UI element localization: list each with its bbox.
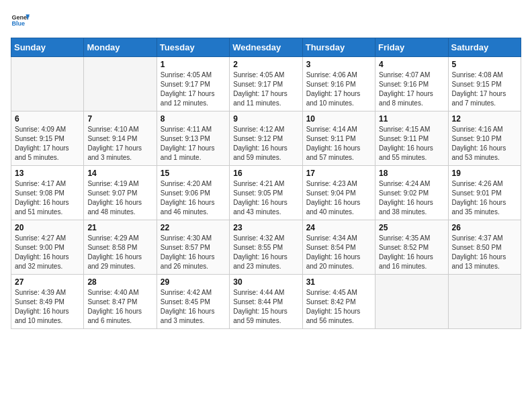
- weekday-header-friday: Friday: [375, 38, 448, 57]
- page-header: General Blue: [11, 11, 521, 30]
- day-number: 20: [15, 223, 80, 232]
- day-info: Sunrise: 4:05 AM Sunset: 9:17 PM Dayligh…: [233, 71, 298, 108]
- day-number: 18: [379, 169, 444, 178]
- calendar-cell: 20Sunrise: 4:27 AM Sunset: 9:00 PM Dayli…: [11, 220, 84, 275]
- day-info: Sunrise: 4:10 AM Sunset: 9:14 PM Dayligh…: [87, 125, 152, 163]
- day-info: Sunrise: 4:12 AM Sunset: 9:12 PM Dayligh…: [233, 125, 298, 163]
- day-number: 24: [306, 223, 371, 232]
- day-number: 19: [452, 169, 517, 178]
- calendar-cell: 3Sunrise: 4:06 AM Sunset: 9:16 PM Daylig…: [302, 57, 375, 111]
- calendar-cell: 18Sunrise: 4:24 AM Sunset: 9:02 PM Dayli…: [375, 166, 448, 220]
- day-number: 30: [233, 277, 298, 287]
- calendar-cell: 12Sunrise: 4:16 AM Sunset: 9:10 PM Dayli…: [448, 111, 521, 166]
- weekday-header-sunday: Sunday: [11, 38, 84, 57]
- day-info: Sunrise: 4:32 AM Sunset: 8:55 PM Dayligh…: [233, 234, 298, 271]
- day-number: 13: [15, 169, 80, 178]
- day-info: Sunrise: 4:40 AM Sunset: 8:47 PM Dayligh…: [87, 288, 152, 326]
- day-info: Sunrise: 4:39 AM Sunset: 8:49 PM Dayligh…: [15, 288, 80, 326]
- day-number: 8: [161, 114, 226, 124]
- day-number: 15: [161, 169, 226, 178]
- calendar-cell: 24Sunrise: 4:34 AM Sunset: 8:54 PM Dayli…: [302, 220, 375, 275]
- day-number: 2: [233, 60, 298, 69]
- calendar-cell: 31Sunrise: 4:45 AM Sunset: 8:42 PM Dayli…: [302, 275, 375, 329]
- logo: General Blue: [11, 11, 32, 30]
- day-number: 28: [87, 277, 152, 287]
- day-info: Sunrise: 4:24 AM Sunset: 9:02 PM Dayligh…: [379, 179, 444, 217]
- calendar-cell: 8Sunrise: 4:11 AM Sunset: 9:13 PM Daylig…: [157, 111, 229, 166]
- week-row-1: 1Sunrise: 4:05 AM Sunset: 9:17 PM Daylig…: [11, 57, 521, 111]
- calendar-cell: 6Sunrise: 4:09 AM Sunset: 9:15 PM Daylig…: [11, 111, 84, 166]
- calendar-cell: 1Sunrise: 4:05 AM Sunset: 9:17 PM Daylig…: [157, 57, 229, 111]
- calendar-cell: [11, 57, 84, 111]
- week-row-2: 6Sunrise: 4:09 AM Sunset: 9:15 PM Daylig…: [11, 111, 521, 166]
- calendar-cell: 16Sunrise: 4:21 AM Sunset: 9:05 PM Dayli…: [230, 166, 302, 220]
- calendar-cell: 25Sunrise: 4:35 AM Sunset: 8:52 PM Dayli…: [375, 220, 448, 275]
- day-info: Sunrise: 4:37 AM Sunset: 8:50 PM Dayligh…: [452, 234, 517, 271]
- day-number: 26: [452, 223, 517, 232]
- calendar-cell: 28Sunrise: 4:40 AM Sunset: 8:47 PM Dayli…: [84, 275, 157, 329]
- calendar-cell: [375, 275, 448, 329]
- day-info: Sunrise: 4:34 AM Sunset: 8:54 PM Dayligh…: [306, 234, 371, 271]
- calendar-cell: 27Sunrise: 4:39 AM Sunset: 8:49 PM Dayli…: [11, 275, 84, 329]
- day-info: Sunrise: 4:17 AM Sunset: 9:08 PM Dayligh…: [15, 179, 80, 217]
- calendar-cell: 13Sunrise: 4:17 AM Sunset: 9:08 PM Dayli…: [11, 166, 84, 220]
- day-number: 21: [87, 223, 152, 232]
- day-number: 7: [87, 114, 152, 124]
- week-row-3: 13Sunrise: 4:17 AM Sunset: 9:08 PM Dayli…: [11, 166, 521, 220]
- calendar-cell: 9Sunrise: 4:12 AM Sunset: 9:12 PM Daylig…: [230, 111, 302, 166]
- day-info: Sunrise: 4:19 AM Sunset: 9:07 PM Dayligh…: [87, 179, 152, 217]
- weekday-header-tuesday: Tuesday: [157, 38, 229, 57]
- day-info: Sunrise: 4:16 AM Sunset: 9:10 PM Dayligh…: [452, 125, 517, 163]
- svg-text:Blue: Blue: [11, 20, 25, 27]
- day-info: Sunrise: 4:27 AM Sunset: 9:00 PM Dayligh…: [15, 234, 80, 271]
- logo-icon: General Blue: [11, 11, 30, 30]
- calendar-cell: 19Sunrise: 4:26 AM Sunset: 9:01 PM Dayli…: [448, 166, 521, 220]
- calendar-cell: [448, 275, 521, 329]
- weekday-header-row: SundayMondayTuesdayWednesdayThursdayFrid…: [11, 38, 521, 57]
- day-number: 31: [306, 277, 371, 287]
- day-info: Sunrise: 4:05 AM Sunset: 9:17 PM Dayligh…: [161, 71, 226, 108]
- calendar-cell: 17Sunrise: 4:23 AM Sunset: 9:04 PM Dayli…: [302, 166, 375, 220]
- day-number: 6: [15, 114, 80, 124]
- day-number: 22: [161, 223, 226, 232]
- day-number: 25: [379, 223, 444, 232]
- calendar-cell: 26Sunrise: 4:37 AM Sunset: 8:50 PM Dayli…: [448, 220, 521, 275]
- weekday-header-thursday: Thursday: [302, 38, 375, 57]
- day-number: 9: [233, 114, 298, 124]
- weekday-header-monday: Monday: [84, 38, 157, 57]
- day-info: Sunrise: 4:21 AM Sunset: 9:05 PM Dayligh…: [233, 179, 298, 217]
- day-info: Sunrise: 4:15 AM Sunset: 9:11 PM Dayligh…: [379, 125, 444, 163]
- day-info: Sunrise: 4:08 AM Sunset: 9:15 PM Dayligh…: [452, 71, 517, 108]
- day-number: 4: [379, 60, 444, 69]
- day-info: Sunrise: 4:06 AM Sunset: 9:16 PM Dayligh…: [306, 71, 371, 108]
- week-row-4: 20Sunrise: 4:27 AM Sunset: 9:00 PM Dayli…: [11, 220, 521, 275]
- calendar-cell: 21Sunrise: 4:29 AM Sunset: 8:58 PM Dayli…: [84, 220, 157, 275]
- day-number: 17: [306, 169, 371, 178]
- day-info: Sunrise: 4:14 AM Sunset: 9:11 PM Dayligh…: [306, 125, 371, 163]
- day-info: Sunrise: 4:23 AM Sunset: 9:04 PM Dayligh…: [306, 179, 371, 217]
- day-number: 11: [379, 114, 444, 124]
- calendar-cell: 10Sunrise: 4:14 AM Sunset: 9:11 PM Dayli…: [302, 111, 375, 166]
- day-info: Sunrise: 4:29 AM Sunset: 8:58 PM Dayligh…: [87, 234, 152, 271]
- calendar-table: SundayMondayTuesdayWednesdayThursdayFrid…: [11, 38, 521, 329]
- calendar-cell: 14Sunrise: 4:19 AM Sunset: 9:07 PM Dayli…: [84, 166, 157, 220]
- day-number: 3: [306, 60, 371, 69]
- calendar-cell: 5Sunrise: 4:08 AM Sunset: 9:15 PM Daylig…: [448, 57, 521, 111]
- day-number: 16: [233, 169, 298, 178]
- day-info: Sunrise: 4:35 AM Sunset: 8:52 PM Dayligh…: [379, 234, 444, 271]
- day-info: Sunrise: 4:07 AM Sunset: 9:16 PM Dayligh…: [379, 71, 444, 108]
- calendar-cell: 29Sunrise: 4:42 AM Sunset: 8:45 PM Dayli…: [157, 275, 229, 329]
- day-number: 10: [306, 114, 371, 124]
- calendar-cell: 15Sunrise: 4:20 AM Sunset: 9:06 PM Dayli…: [157, 166, 229, 220]
- weekday-header-saturday: Saturday: [448, 38, 521, 57]
- day-number: 23: [233, 223, 298, 232]
- day-number: 5: [452, 60, 517, 69]
- day-number: 14: [87, 169, 152, 178]
- calendar-cell: 4Sunrise: 4:07 AM Sunset: 9:16 PM Daylig…: [375, 57, 448, 111]
- day-number: 1: [161, 60, 226, 69]
- day-info: Sunrise: 4:11 AM Sunset: 9:13 PM Dayligh…: [161, 125, 226, 163]
- calendar-cell: 22Sunrise: 4:30 AM Sunset: 8:57 PM Dayli…: [157, 220, 229, 275]
- calendar-cell: 7Sunrise: 4:10 AM Sunset: 9:14 PM Daylig…: [84, 111, 157, 166]
- week-row-5: 27Sunrise: 4:39 AM Sunset: 8:49 PM Dayli…: [11, 275, 521, 329]
- day-info: Sunrise: 4:26 AM Sunset: 9:01 PM Dayligh…: [452, 179, 517, 217]
